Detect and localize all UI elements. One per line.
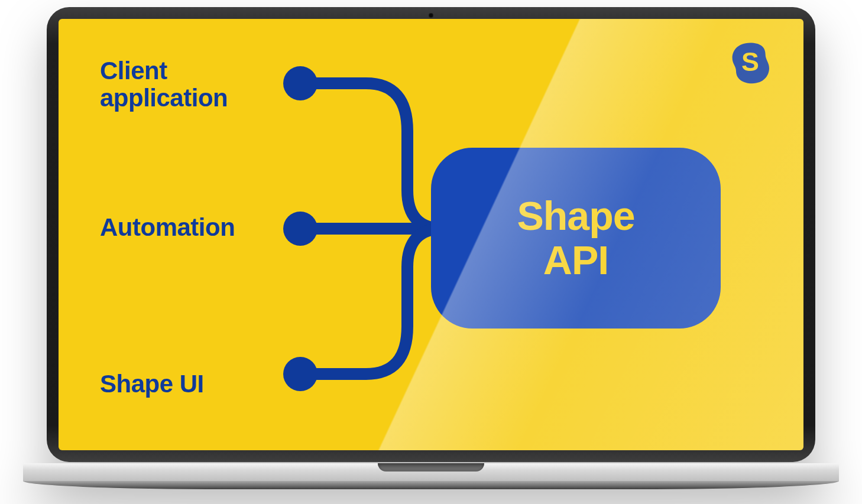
hub-title-line1: Shape: [517, 194, 634, 238]
brand-logo-letter: S: [741, 47, 759, 76]
laptop-base-top: [23, 463, 839, 481]
node-label-client-application: Client application: [100, 57, 254, 112]
laptop-device: Client application Automation Shape UI S…: [47, 7, 815, 498]
laptop-base-bottom: [23, 481, 839, 489]
node-dot-automation: [283, 212, 317, 246]
architecture-diagram: Client application Automation Shape UI S…: [59, 19, 803, 450]
node-label-shape-ui: Shape UI: [100, 370, 204, 398]
laptop-base: [23, 463, 839, 498]
brand-logo-icon: S: [727, 39, 774, 86]
node-dot-shape-ui: [283, 357, 317, 391]
laptop-screen: Client application Automation Shape UI S…: [59, 19, 803, 450]
laptop-bezel: Client application Automation Shape UI S…: [47, 7, 815, 462]
node-label-automation: Automation: [100, 214, 235, 241]
node-dot-client-application: [283, 66, 317, 100]
connector-client-to-api: [301, 83, 443, 229]
hub-shape-api: Shape API: [431, 148, 721, 329]
hub-title-line2: API: [543, 238, 608, 282]
connector-shapeui-to-api: [301, 229, 443, 374]
laptop-notch: [378, 463, 484, 472]
camera-dot: [429, 13, 433, 18]
